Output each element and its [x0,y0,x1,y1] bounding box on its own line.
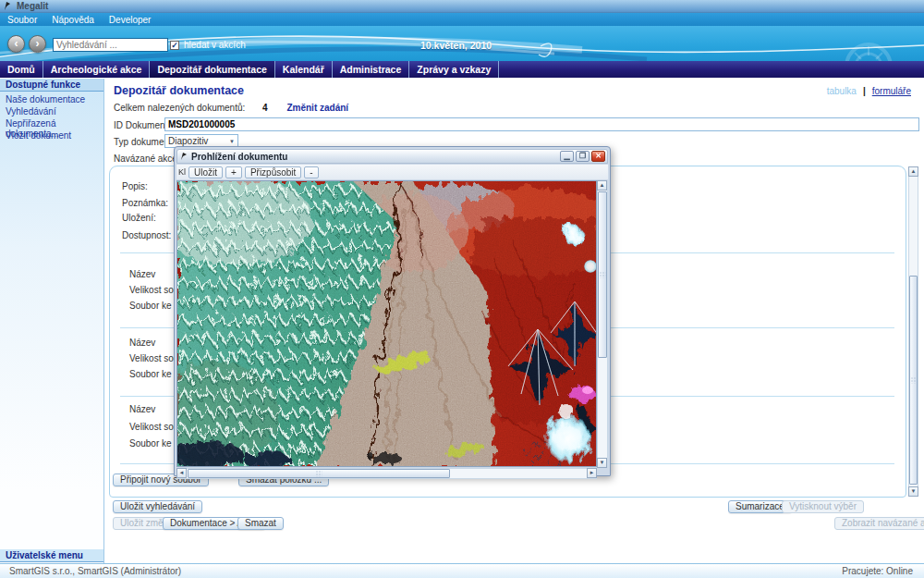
chevron-up-icon[interactable]: ▲ [597,180,607,191]
sidebar: Dostupné funkce Naše dokumentace Vyhledá… [0,79,104,563]
app-icon [4,1,12,11]
view-switch: tabulka | formuláře [827,86,911,96]
dialog-icon [180,152,188,161]
view-table-link[interactable]: tabulka [827,86,857,96]
dialog-titlebar[interactable]: Prohlížení dokumentu ▁ ❐ ✕ [176,149,608,164]
search-scope-checkbox[interactable]: ✓ [170,41,179,50]
dialog-toolbar: Kl Uložit + Přizpůsobit - [176,165,608,179]
print-selection-button[interactable]: Vytisknout výběr [782,500,864,513]
current-date: 10.květen, 2010 [420,40,492,51]
document-image[interactable] [176,180,597,467]
dostupnost-label: Dostupnost: [122,230,171,240]
results-label: Celkem nalezených dokumentů: [114,103,245,113]
tab-depozitar-dokumentace[interactable]: Depozitář dokumentace [150,61,274,78]
ulozeni-label: Uložení: [122,213,156,223]
window-title: Megalit [17,1,48,11]
sidebar-item-nase-dokumentace[interactable]: Naše dokumentace [0,92,103,104]
show-linked-actions-button[interactable]: Zobrazit navázané akce [834,517,924,530]
linked-actions-label: Navázané akce: [114,154,180,164]
status-bar: SmartGIS s.r.o., SmartGIS (Administrátor… [0,563,924,578]
delete-button[interactable]: Smazat [237,517,284,530]
menubar: Soubor Nápověda Developer [0,13,924,26]
status-online: Pracujete: Online [842,566,913,576]
chevron-down-icon[interactable]: ▼ [597,458,607,468]
file1-nazev-label: Název [129,269,155,279]
close-icon[interactable]: ✕ [591,151,605,162]
sidebar-header: Dostupné funkce [0,79,103,92]
document-viewer-dialog: Prohlížení dokumentu ▁ ❐ ✕ Kl Uložit + P… [174,146,611,476]
poznamka-label: Poznámka: [122,198,168,208]
page-title: Depozitář dokumentace [114,84,244,97]
grip-icon [910,377,917,384]
results-count: 4 [262,103,268,113]
sidebar-footer-user-menu[interactable]: Uživatelské menu [0,549,103,562]
tab-domu[interactable]: Domů [0,61,43,78]
dialog-title: Prohlížení dokumentu [191,152,287,162]
search-scope-label: hledat v akcích [184,40,246,50]
view-forms-link[interactable]: formuláře [872,86,911,96]
tab-administrace[interactable]: Administrace [333,61,410,78]
zoom-in-button[interactable]: + [225,166,242,178]
sidebar-item-vyhledavani[interactable]: Vyhledávání [0,104,103,116]
back-icon[interactable]: ‹ [7,35,25,53]
document-id-field[interactable]: MSD201000005 [164,117,919,131]
image-vscrollbar-thumb[interactable] [598,191,607,358]
panel-scrollbar-thumb[interactable] [909,276,918,485]
save-button[interactable]: Uložit [188,166,223,178]
window-titlebar: Megalit [0,0,924,13]
fit-button[interactable]: Přizpůsobit [245,166,301,178]
menu-napoveda[interactable]: Nápověda [52,15,94,25]
sidebar-item-neprirazena[interactable]: Nepřiřazená dokumenta... [0,116,103,128]
grip-icon [600,272,606,278]
view-switch-separator: | [863,86,866,96]
tab-kalendar[interactable]: Kalendář [275,61,333,78]
grip-icon [316,471,322,477]
popis-label: Popis: [122,181,148,191]
search-input[interactable] [53,38,168,52]
zoom-out-button[interactable]: - [304,166,318,178]
chevron-down-icon[interactable]: ▼ [908,486,918,497]
image-hscrollbar-thumb[interactable] [188,469,450,478]
chevron-left-icon[interactable]: ◄ [176,468,187,478]
menu-developer[interactable]: Developer [109,15,152,25]
tab-zpravy[interactable]: Zprávy a vzkazy [409,61,499,78]
save-search-button[interactable]: Uložit vyhledávání [113,500,202,513]
app-root: { "window": { "title": "Megalit" }, "men… [0,0,924,578]
results-line: Celkem nalezených dokumentů: 4 Změnit za… [114,103,348,113]
file3-nazev-label: Název [129,404,155,414]
maximize-icon[interactable]: ❐ [576,151,590,162]
image-vscrollbar[interactable]: ▲ ▼ [597,180,608,468]
minimize-icon[interactable]: ▁ [560,151,574,162]
menu-soubor[interactable]: Soubor [7,15,37,25]
main-tabbar: Domů Archeologické akce Depozitář dokume… [0,61,924,78]
forward-icon[interactable]: › [29,35,46,53]
file2-nazev-label: Název [129,338,155,348]
header-band: ‹ › ✓ hledat v akcích 10.květen, 2010 [0,26,924,61]
chevron-right-icon[interactable]: ► [587,468,597,478]
panel-scrollbar[interactable]: ▲ ▼ [908,166,918,497]
status-company: SmartGIS s.r.o., SmartGIS (Administrátor… [9,566,181,576]
change-query-link[interactable]: Změnit zadání [286,103,348,113]
image-hscrollbar[interactable]: ◄ ► [176,468,597,479]
tab-archeologicke-akce[interactable]: Archeologické akce [43,61,151,78]
toolbar-left-text: Kl [178,167,186,177]
chevron-up-icon[interactable]: ▲ [908,166,918,177]
